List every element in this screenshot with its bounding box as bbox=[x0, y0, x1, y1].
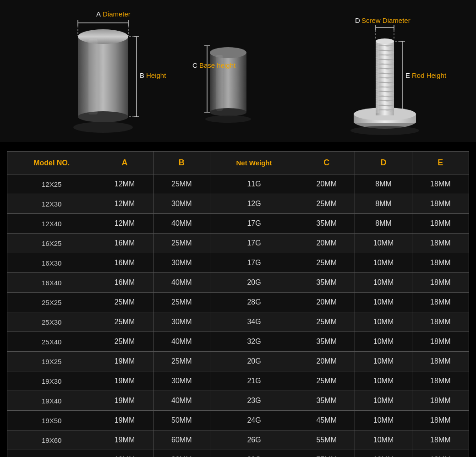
table-cell: 19MM bbox=[96, 411, 153, 430]
svg-point-79 bbox=[205, 115, 251, 123]
table-cell: 20G bbox=[210, 352, 298, 371]
table-row: 25X2525MM25MM28G20MM10MM18MM bbox=[7, 293, 469, 312]
header-diagram: A Diameter B Height C Base height bbox=[0, 0, 476, 142]
table-cell: 40MM bbox=[153, 273, 210, 293]
svg-point-80 bbox=[350, 126, 419, 135]
table-cell: 19MM bbox=[96, 352, 153, 371]
table-cell: 10MM bbox=[355, 273, 412, 293]
table-cell: 25MM bbox=[96, 332, 153, 352]
col-header-e: E bbox=[412, 152, 469, 174]
svg-point-3 bbox=[78, 111, 128, 122]
table-cell: 16X25 bbox=[7, 234, 96, 253]
table-cell: 35MM bbox=[298, 332, 355, 352]
table-cell: 18MM bbox=[412, 214, 469, 234]
col-header-c: C bbox=[298, 152, 355, 174]
table-cell: 25MM bbox=[298, 371, 355, 391]
table-cell: 19X50 bbox=[7, 411, 96, 430]
table-cell: 35MM bbox=[298, 214, 355, 234]
table-header: Model NO. A B Net Weight C D E bbox=[7, 152, 469, 174]
svg-text:Screw Diameter: Screw Diameter bbox=[361, 16, 410, 24]
table-body: 12X2512MM25MM11G20MM8MM18MM12X3012MM30MM… bbox=[7, 174, 469, 457]
table-cell: 18MM bbox=[412, 312, 469, 332]
table-cell: 18MM bbox=[412, 411, 469, 430]
svg-point-20 bbox=[210, 47, 246, 58]
table-cell: 12X40 bbox=[7, 214, 96, 234]
table-cell: 20MM bbox=[298, 174, 355, 194]
table-cell: 18MM bbox=[412, 293, 469, 312]
table-cell: 30MM bbox=[153, 371, 210, 391]
table-cell: 10MM bbox=[355, 312, 412, 332]
table-cell: 28G bbox=[210, 293, 298, 312]
table-cell: 25MM bbox=[298, 253, 355, 273]
table-cell: 16MM bbox=[96, 273, 153, 293]
table-cell: 25X25 bbox=[7, 293, 96, 312]
table-cell: 80MM bbox=[153, 450, 210, 457]
table-cell: 25MM bbox=[153, 352, 210, 371]
table-cell: 21G bbox=[210, 371, 298, 391]
table-cell: 23G bbox=[210, 391, 298, 411]
table-cell: 18MM bbox=[412, 234, 469, 253]
table-cell: 30MM bbox=[153, 312, 210, 332]
table-row: 19X3019MM30MM21G25MM10MM18MM bbox=[7, 371, 469, 391]
table-row: 16X4016MM40MM20G35MM10MM18MM bbox=[7, 273, 469, 293]
table-cell: 20MM bbox=[298, 352, 355, 371]
table-cell: 10MM bbox=[355, 430, 412, 450]
table-cell: 16MM bbox=[96, 253, 153, 273]
table-cell: 17G bbox=[210, 253, 298, 273]
table-cell: 55MM bbox=[298, 430, 355, 450]
table-cell: 12MM bbox=[96, 174, 153, 194]
table-cell: 16MM bbox=[96, 234, 153, 253]
table-cell: 25X40 bbox=[7, 332, 96, 352]
col-header-a: A bbox=[96, 152, 153, 174]
table-cell: 18MM bbox=[412, 450, 469, 457]
table-cell: 8MM bbox=[355, 194, 412, 214]
table-cell: 8MM bbox=[355, 174, 412, 194]
table-cell: 16X40 bbox=[7, 273, 96, 293]
table-cell: 18MM bbox=[412, 174, 469, 194]
table-cell: 18MM bbox=[412, 352, 469, 371]
table-cell: 34G bbox=[210, 312, 298, 332]
table-row: 16X3016MM30MM17G25MM10MM18MM bbox=[7, 253, 469, 273]
table-row: 19X4019MM40MM23G35MM10MM18MM bbox=[7, 391, 469, 411]
svg-text:Diameter: Diameter bbox=[103, 10, 131, 18]
table-cell: 19X60 bbox=[7, 430, 96, 450]
table-cell: 18MM bbox=[412, 430, 469, 450]
table-cell: 24G bbox=[210, 411, 298, 430]
table-cell: 20G bbox=[210, 273, 298, 293]
table-cell: 10MM bbox=[355, 253, 412, 273]
svg-point-78 bbox=[73, 122, 133, 133]
table-cell: 45MM bbox=[298, 411, 355, 430]
table-cell: 12X25 bbox=[7, 174, 96, 194]
table-cell: 75MM bbox=[298, 450, 355, 457]
table-cell: 25MM bbox=[298, 312, 355, 332]
table-row: 16X2516MM25MM17G20MM10MM18MM bbox=[7, 234, 469, 253]
svg-point-2 bbox=[78, 29, 128, 44]
table-cell: 19X40 bbox=[7, 391, 96, 411]
table-cell: 17G bbox=[210, 234, 298, 253]
table-cell: 10MM bbox=[355, 371, 412, 391]
table-cell: 19MM bbox=[96, 450, 153, 457]
table-cell: 10MM bbox=[355, 234, 412, 253]
table-cell: 25MM bbox=[153, 293, 210, 312]
col-header-model: Model NO. bbox=[7, 152, 96, 174]
svg-text:B: B bbox=[140, 71, 144, 79]
table-cell: 17G bbox=[210, 214, 298, 234]
table-cell: 40MM bbox=[153, 214, 210, 234]
table-cell: 10MM bbox=[355, 391, 412, 411]
table-cell: 11G bbox=[210, 174, 298, 194]
svg-rect-63 bbox=[376, 42, 379, 113]
table-cell: 12MM bbox=[96, 214, 153, 234]
svg-text:Rod Height: Rod Height bbox=[412, 71, 447, 79]
table-cell: 18MM bbox=[412, 253, 469, 273]
table-cell: 8MM bbox=[355, 214, 412, 234]
table-cell: 19MM bbox=[96, 430, 153, 450]
table-cell: 19MM bbox=[96, 391, 153, 411]
svg-rect-4 bbox=[88, 39, 98, 114]
table-cell: 25MM bbox=[153, 174, 210, 194]
table-cell: 12MM bbox=[96, 194, 153, 214]
table-cell: 40MM bbox=[153, 332, 210, 352]
table-cell: 20MM bbox=[298, 234, 355, 253]
col-header-weight: Net Weight bbox=[210, 152, 298, 174]
svg-text:Height: Height bbox=[146, 71, 166, 79]
table-cell: 10MM bbox=[355, 293, 412, 312]
